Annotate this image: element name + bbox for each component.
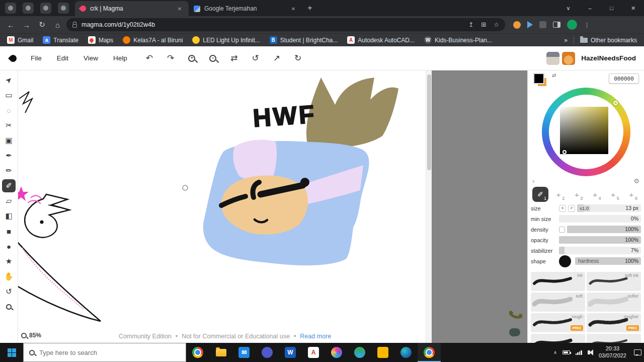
zoom-indicator[interactable]: 85% [21, 332, 41, 339]
other-bookmarks-button[interactable]: Other bookmarks [580, 37, 637, 44]
word-taskbar-icon[interactable]: W [279, 343, 302, 362]
brush-slot-4[interactable]: +4 [587, 187, 603, 202]
menu-edit[interactable]: Edit [50, 50, 75, 66]
transform-tool-icon[interactable]: ▣ [2, 134, 16, 147]
rotate-cw-icon[interactable]: ↻ [294, 53, 301, 63]
voice-call-button[interactable] [509, 308, 522, 321]
preset-soft[interactable]: soft [531, 293, 585, 312]
pinned-tab-favicon-2[interactable] [23, 3, 34, 14]
start-button[interactable] [0, 343, 23, 362]
sticky-notes-taskbar-icon[interactable] [371, 343, 394, 362]
zoom-in-icon[interactable]: + [188, 55, 195, 62]
canvas-scrollbar[interactable] [426, 70, 432, 343]
hex-color-input[interactable]: 000000 [609, 74, 639, 84]
minimize-button[interactable]: – [579, 0, 601, 16]
marquee-select-tool-icon[interactable]: ▭ [2, 89, 16, 102]
bookmark-maps[interactable]: Maps [88, 36, 113, 44]
preset-rougher[interactable]: rougher PRO [587, 313, 641, 332]
preset-clipped-1[interactable] [531, 334, 585, 343]
tray-expand-icon[interactable]: ∧ [553, 350, 557, 355]
menu-view[interactable]: View [77, 50, 105, 66]
new-tab-button[interactable]: + [307, 3, 312, 13]
chat-button[interactable] [509, 328, 520, 336]
saturation-value-square[interactable] [560, 107, 608, 154]
brush-shape-preview[interactable] [559, 255, 571, 267]
color-wheel[interactable] [542, 88, 630, 176]
lasso-select-tool-icon[interactable]: ◌ [2, 104, 16, 117]
mail-taskbar-icon[interactable]: ✉ [232, 343, 256, 362]
brush-slot-2[interactable]: +2 [550, 187, 567, 202]
scale-icon[interactable]: ↗ [273, 53, 280, 63]
bookmark-kids-business[interactable]: W Kids-Business-Plan... [424, 36, 492, 44]
brush-slot-6[interactable]: +6 [623, 187, 639, 202]
brush-slot-1[interactable]: ✐1 [532, 187, 548, 202]
fill-tool-icon[interactable]: ◧ [2, 209, 16, 223]
extension-dark-icon[interactable] [539, 21, 546, 28]
undo-icon[interactable]: ↶ [146, 53, 153, 63]
tab-close-icon[interactable]: ✕ [176, 5, 184, 13]
swap-colors-icon[interactable]: ⇄ [552, 73, 556, 78]
pinned-tab-favicon-3[interactable] [40, 3, 51, 14]
bookmarks-overflow-icon[interactable]: » [564, 37, 568, 44]
bookmark-translate[interactable]: a Translate [43, 36, 78, 44]
teams-taskbar-icon[interactable] [256, 343, 279, 362]
preset-softer[interactable]: softer [587, 293, 641, 312]
rectangle-tool-icon[interactable]: ■ [2, 225, 16, 238]
eraser-tool-icon[interactable]: ▱ [2, 194, 16, 207]
hardness-slider[interactable]: hardness 100% [575, 257, 641, 265]
taskbar-search[interactable] [23, 343, 186, 362]
tab-magma[interactable]: crk | Magma ✕ [75, 1, 189, 16]
bookmark-led[interactable]: LED Light Up Infinit... [192, 36, 260, 44]
bookmark-autocad[interactable]: A Autodesk AutoCAD... [347, 36, 415, 44]
collapse-panel-icon[interactable]: › [532, 177, 534, 185]
brush-tool-icon[interactable]: ✐ [2, 179, 16, 192]
preset-rough[interactable]: rough PRO [531, 313, 585, 332]
share-icon[interactable]: ↥ [468, 21, 473, 28]
scrollbar-thumb[interactable] [427, 75, 431, 170]
forward-icon[interactable]: → [20, 21, 33, 29]
edge-taskbar-icon[interactable] [394, 343, 418, 362]
settings-gear-icon[interactable]: ⚙ [633, 177, 639, 185]
search-input[interactable] [39, 349, 180, 356]
min-size-slider[interactable]: 0% [559, 215, 641, 223]
star-tool-icon[interactable]: ★ [2, 255, 16, 268]
sv-marker[interactable] [562, 150, 567, 154]
rotate-ccw-icon[interactable]: ↺ [252, 53, 259, 63]
tab-menu-caret-icon[interactable]: ∨ [557, 0, 579, 16]
action-center-icon[interactable] [634, 349, 641, 355]
pencil-tool-icon[interactable]: ✏ [2, 164, 16, 177]
bookmark-student[interactable]: B Student | BrightCha... [270, 36, 338, 44]
brush-slot-3[interactable]: +3 [569, 187, 585, 202]
user-avatar[interactable] [562, 52, 575, 65]
size-slider[interactable]: x1.0 13 px [577, 204, 641, 212]
extension-orange-icon[interactable] [513, 21, 521, 29]
read-more-link[interactable]: Read more [300, 333, 331, 340]
hand-tool-icon[interactable]: ✋ [2, 270, 16, 283]
close-button[interactable]: ✕ [622, 0, 644, 16]
scissors-select-tool-icon[interactable]: ✂ [2, 119, 16, 132]
brush-slot-5[interactable]: +5 [605, 187, 621, 202]
acrobat-taskbar-icon[interactable]: A [302, 343, 325, 362]
flip-icon[interactable]: ⇄ [230, 53, 237, 63]
back-icon[interactable]: ← [4, 21, 18, 29]
bookmark-gmail[interactable]: M Gmail [7, 36, 33, 44]
home-icon[interactable]: ⌂ [51, 21, 64, 29]
primary-color-swatch[interactable] [534, 74, 544, 84]
preset-soft-ink[interactable]: soft ink [587, 272, 641, 291]
opacity-slider[interactable]: 100% [559, 236, 641, 244]
paint3d-taskbar-icon[interactable] [325, 343, 348, 362]
menu-help[interactable]: Help [107, 50, 134, 66]
tab-translate[interactable]: Google Terjemahan ✕ [189, 1, 302, 16]
stabilizer-slider[interactable]: 7% [559, 247, 641, 254]
density-checkbox[interactable] [559, 227, 565, 233]
maximize-button[interactable]: □ [601, 0, 622, 16]
density-slider[interactable]: 100% [567, 226, 641, 233]
side-panel-icon[interactable] [553, 22, 560, 28]
reload-icon[interactable]: ↻ [35, 20, 49, 29]
pinned-tab-favicon-1[interactable] [5, 3, 16, 14]
battery-icon[interactable] [562, 350, 570, 354]
browser-menu-icon[interactable]: ⋮ [584, 21, 590, 29]
taskbar-clock[interactable]: 20:33 03/07/2022 [599, 345, 626, 359]
zoom-out-icon[interactable]: − [209, 55, 216, 62]
pinned-tab-favicon-4[interactable] [58, 3, 69, 14]
